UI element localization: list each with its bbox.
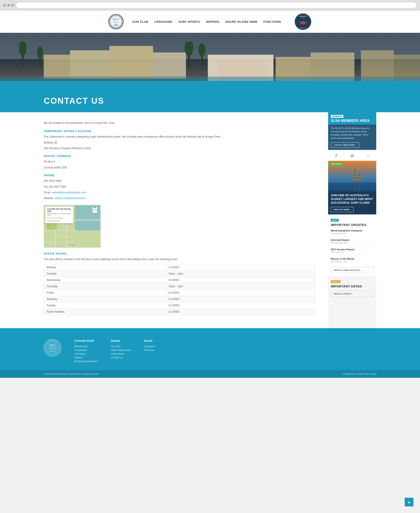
hours-day-saturday: Saturday xyxy=(44,296,166,302)
hours-day-friday: Friday xyxy=(44,290,166,296)
browser-dot-red xyxy=(3,4,6,7)
address-bar[interactable] xyxy=(16,2,417,8)
footer-col1-title: Cronulla SLSC xyxy=(74,339,98,342)
news-item-title-0: World Aquathlon Champion xyxy=(331,229,374,232)
news-item-title-2: 2017 Aussies Report xyxy=(331,248,374,251)
instagram-icon: □ xyxy=(367,154,369,158)
nav-lifesaving[interactable]: LIFESAVING xyxy=(154,20,172,23)
footer-link-lifesaving[interactable]: Lifesaving xyxy=(74,352,98,355)
sidebar-news-card: NEWS IMPORTANT UPDATES World Aquathlon C… xyxy=(328,215,376,276)
news-section-title: IMPORTANT UPDATES xyxy=(331,223,374,227)
nav-surf-sports[interactable]: SURF SPORTS xyxy=(179,20,200,23)
svg-point-21 xyxy=(37,46,43,59)
join-image-svg xyxy=(328,161,376,191)
facebook-icon-btn[interactable]: f xyxy=(328,151,344,161)
hours-val-friday: CLOSED xyxy=(166,290,315,296)
footer-link-facebook[interactable]: Facebook xyxy=(144,349,155,351)
email-text: Email admin@cronullasurfclub.com xyxy=(44,190,315,195)
hours-val-wednesday: CLOSED xyxy=(166,277,315,283)
join-badge: JOIN TODAY xyxy=(330,163,343,165)
content-left: We are located on the beachfront, next t… xyxy=(0,112,328,328)
find-out-more-button[interactable]: FIND OUT MORE › xyxy=(331,207,353,212)
hours-table: Monday CLOSED Tuesday 10am – 2pm Wednesd… xyxy=(44,264,315,315)
logo-right[interactable]: CRONULLA CRAYS SURF CLUB xyxy=(294,13,312,30)
map-info-box: Cronulla Surf Life Saving Club 36A Gerra… xyxy=(45,206,74,223)
site-footer: CRONULLA SURF LIFE SAVING CLUB Cronulla … xyxy=(0,328,420,378)
login-register-button[interactable]: LOG IN / REGISTER › xyxy=(331,143,359,148)
footer-link-building[interactable]: Building Development xyxy=(74,360,98,362)
postal-line2: Cronulla NSW 2230 xyxy=(44,165,315,170)
footer-link-our-club[interactable]: Our Club xyxy=(111,345,131,348)
page-wrapper: CRONULLA SURF LIFE SAVING CLUB OUR CLUB … xyxy=(0,11,420,378)
hours-day-monday: Monday xyxy=(44,264,166,271)
postal-line1: PO Box 8 xyxy=(44,159,315,164)
hours-val-holidays: CLOSED xyxy=(166,309,315,315)
svg-text:CRAYS: CRAYS xyxy=(301,17,305,19)
events-badge: EVENTS xyxy=(331,280,340,283)
svg-rect-23 xyxy=(70,50,109,79)
map-stars: ★★★★★ xyxy=(47,217,55,219)
email-link[interactable]: admin@cronullasurfclub.com xyxy=(52,191,86,194)
hours-day-wednesday: Wednesday xyxy=(44,277,166,283)
svg-rect-36 xyxy=(0,76,420,81)
view-all-events-button[interactable]: VIEW ALL EVENTS xyxy=(331,291,374,297)
nav-functions[interactable]: FUNCTIONS xyxy=(263,20,281,23)
news-item-1: Interclub Report 8th December 2017 xyxy=(331,239,374,246)
svg-point-19 xyxy=(19,42,27,56)
news-item-title-3: Rescue of the Month xyxy=(331,257,374,260)
hours-val-sunday: CLOSED xyxy=(166,302,315,309)
sidebar-members-header: MEMBERS SLSA MEMBERS AREA xyxy=(328,112,376,124)
footer-link-contact-us[interactable]: Contact Us xyxy=(111,356,131,359)
footer-link-nippers[interactable]: Nippers xyxy=(74,356,98,359)
hours-val-saturday: CLOSED xyxy=(166,296,315,302)
logo-right-svg: CRONULLA CRAYS SURF CLUB xyxy=(294,13,312,30)
footer-bottom: ©2018 Cronulla Surf Life Saving Club. Al… xyxy=(0,370,420,378)
sidebar-members-badge: MEMBERS xyxy=(331,115,344,118)
nav-nippers[interactable]: NIPPERS xyxy=(206,20,219,23)
footer-copyright: ©2018 Cronulla Surf Life Saving Club. Al… xyxy=(44,373,99,375)
hours-row-tuesday: Tuesday 10am – 2pm xyxy=(44,271,315,277)
news-item-title-1: Interclub Report xyxy=(331,239,374,241)
svg-point-10 xyxy=(300,21,306,24)
map-container[interactable]: + − Google Cronulla Surf Life Saving Clu… xyxy=(44,205,101,248)
hours-day-tuesday: Tuesday xyxy=(44,271,166,277)
map-larger-link[interactable]: View larger map xyxy=(47,220,72,222)
footer-link-membership[interactable]: Membership xyxy=(74,345,98,348)
instagram-icon-btn[interactable]: □ xyxy=(360,151,376,161)
footer-link-instagram[interactable]: Instagram xyxy=(144,345,155,348)
browser-chrome xyxy=(0,0,420,11)
view-all-news-button[interactable]: VIEW ALL NEWS ARTICLES xyxy=(331,267,374,273)
website-label-text: Website xyxy=(44,197,53,200)
join-content: JOIN ONE OF AUSTRALIA'S OLDEST, LARGEST … xyxy=(328,191,376,214)
footer-logo[interactable]: CRONULLA SURF LIFE SAVING CLUB xyxy=(44,339,61,357)
logo-left[interactable]: CRONULLA SURF LIFE SAVING CLUB xyxy=(108,14,124,29)
join-image: JOIN TODAY xyxy=(328,161,376,191)
browser-dot-green xyxy=(11,4,14,7)
hours-val-tuesday: 10am – 2pm xyxy=(166,271,315,277)
svg-text:Google: Google xyxy=(70,244,75,246)
events-section-title: IMPORTANT DATES xyxy=(331,284,374,288)
svg-point-29 xyxy=(198,43,205,56)
phone-label: PHONE xyxy=(44,174,315,177)
footer-col-2: Details Our Club Shark Island Swim Lates… xyxy=(111,339,131,360)
sidebar-join-card: JOIN TODAY xyxy=(328,161,376,214)
page-title: CONTACT US xyxy=(44,92,104,106)
footer-link-competition[interactable]: Competition xyxy=(74,349,98,351)
office-hours-label: OFFICE HOURS xyxy=(44,252,315,255)
website-link[interactable]: www.cronullasurfclub.com xyxy=(55,197,85,200)
footer-link-shark-island[interactable]: Shark Island Swim xyxy=(111,349,131,351)
news-item-date-3: 17th February 2017 xyxy=(331,261,374,263)
svg-text:SURF CLUB: SURF CLUB xyxy=(300,27,306,29)
news-item-2: 2017 Aussies Report 13th April 2017 xyxy=(331,248,374,255)
svg-text:SAVING CLUB: SAVING CLUB xyxy=(112,22,120,23)
main-nav: OUR CLUB LIFESAVING SURF SPORTS NIPPERS … xyxy=(132,20,281,23)
svg-text:SAVING CLUB: SAVING CLUB xyxy=(49,348,56,349)
email-icon-btn[interactable]: @ xyxy=(344,151,360,161)
footer-link-latest-news[interactable]: Latest News xyxy=(111,352,131,355)
nav-shark-island-swim[interactable]: SHARK ISLAND SWIM xyxy=(225,20,257,23)
hours-day-sunday: Sunday xyxy=(44,302,166,309)
temp-office-label: TEMPORARY OFFICE LOCATION xyxy=(44,129,315,133)
nav-our-club[interactable]: OUR CLUB xyxy=(132,20,148,23)
join-title: JOIN ONE OF AUSTRALIA'S OLDEST, LARGEST … xyxy=(331,194,374,205)
svg-point-62 xyxy=(45,341,60,355)
